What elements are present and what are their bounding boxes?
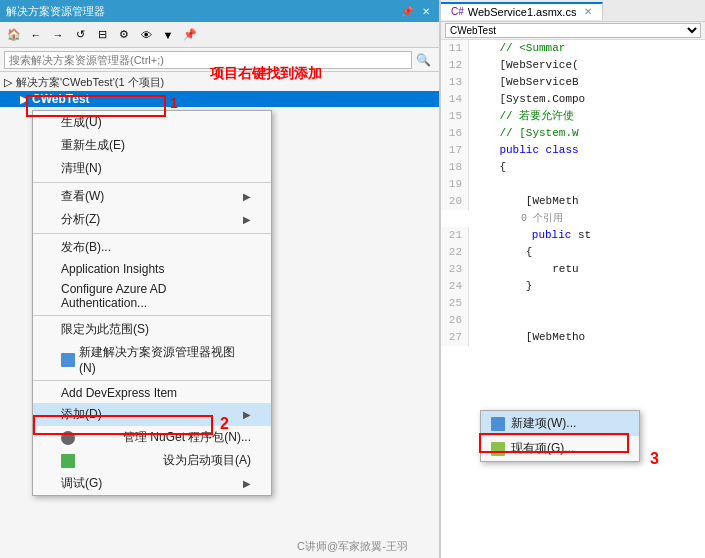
- code-line-15: 15 // 若要允许使: [441, 108, 705, 125]
- close-icon[interactable]: ✕: [419, 5, 433, 18]
- menu-nuget-label: 管理 NuGet 程序包(N)...: [123, 429, 251, 446]
- forward-btn[interactable]: →: [48, 25, 68, 45]
- menu-add-arrow: ▶: [243, 409, 251, 420]
- class-bar: CWebTest: [441, 22, 705, 40]
- code-line-14: 14 [System.Compo: [441, 91, 705, 108]
- sep1: [33, 182, 271, 183]
- editor-tab-close[interactable]: ✕: [584, 6, 592, 17]
- menu-newview-label: 新建解决方案资源管理器视图(N): [79, 344, 251, 375]
- code-line-19: 19: [441, 176, 705, 193]
- code-line-26: 26: [441, 312, 705, 329]
- pin-btn[interactable]: 📌: [180, 25, 200, 45]
- code-line-21: 21 public st: [441, 227, 705, 244]
- menu-rebuild[interactable]: 重新生成(E): [33, 134, 271, 157]
- class-selector[interactable]: CWebTest: [445, 23, 701, 38]
- panel-icon-group: 📌 ✕: [398, 5, 433, 18]
- menu-view[interactable]: 查看(W) ▶: [33, 185, 271, 208]
- menu-devexpress-label: Add DevExpress Item: [61, 386, 177, 400]
- sep3: [33, 315, 271, 316]
- nuget-icon: [61, 431, 75, 445]
- menu-analyze[interactable]: 分析(Z) ▶: [33, 208, 271, 231]
- menu-view-label: 查看(W): [61, 188, 104, 205]
- menu-build-label: 生成(U): [61, 114, 102, 131]
- solution-explorer-panel: 解决方案资源管理器 📌 ✕ 🏠 ← → ↺ ⊟ ⚙ 👁 ▼ 📌 🔍 ▷ 解决方案…: [0, 0, 440, 558]
- submenu-new-item[interactable]: 新建项(W)...: [481, 411, 639, 436]
- editor-tab-label: WebService1.asmx.cs: [468, 6, 577, 18]
- menu-analyze-arrow: ▶: [243, 214, 251, 225]
- submenu-existing-item[interactable]: 现有项(G)...: [481, 436, 639, 461]
- submenu-existing-item-label: 现有项(G)...: [511, 440, 574, 457]
- code-editor-panel: C# WebService1.asmx.cs ✕ CWebTest 11 // …: [440, 0, 705, 558]
- startup-icon: [61, 454, 75, 468]
- submenu-new-item-label: 新建项(W)...: [511, 415, 576, 432]
- home-btn[interactable]: 🏠: [4, 25, 24, 45]
- menu-appinsights[interactable]: Application Insights: [33, 259, 271, 279]
- menu-view-arrow: ▶: [243, 191, 251, 202]
- code-line-24: 24 }: [441, 278, 705, 295]
- code-line-25: 25: [441, 295, 705, 312]
- search-icon[interactable]: 🔍: [412, 53, 435, 67]
- menu-clean-label: 清理(N): [61, 160, 102, 177]
- code-line-22: 22 {: [441, 244, 705, 261]
- menu-nuget[interactable]: 管理 NuGet 程序包(N)...: [33, 426, 271, 449]
- editor-tab-webservice[interactable]: C# WebService1.asmx.cs ✕: [441, 2, 603, 20]
- search-input[interactable]: [4, 51, 412, 69]
- sep2: [33, 233, 271, 234]
- menu-newview[interactable]: 新建解决方案资源管理器视图(N): [33, 341, 271, 378]
- tree-root-label: 解决方案'CWebTest'(1 个项目): [16, 75, 164, 90]
- menu-debug[interactable]: 调试(G) ▶: [33, 472, 271, 495]
- code-line-17: 17 public class: [441, 142, 705, 159]
- tree-project-icon: ▶: [20, 93, 28, 106]
- menu-publish-label: 发布(B)...: [61, 239, 111, 256]
- menu-startup-label: 设为启动项目(A): [163, 452, 251, 469]
- refresh-btn[interactable]: ↺: [70, 25, 90, 45]
- menu-devexpress[interactable]: Add DevExpress Item: [33, 383, 271, 403]
- code-line-18: 18 {: [441, 159, 705, 176]
- code-line-13: 13 [WebServiceB: [441, 74, 705, 91]
- add-submenu: 新建项(W)... 现有项(G)...: [480, 410, 640, 462]
- code-line-ref-count: 0 个引用: [441, 210, 705, 227]
- code-line-20: 20 [WebMeth: [441, 193, 705, 210]
- menu-publish[interactable]: 发布(B)...: [33, 236, 271, 259]
- sep4: [33, 380, 271, 381]
- menu-clean[interactable]: 清理(N): [33, 157, 271, 180]
- menu-debug-label: 调试(G): [61, 475, 102, 492]
- filter-btn[interactable]: ▼: [158, 25, 178, 45]
- explorer-toolbar: 🏠 ← → ↺ ⊟ ⚙ 👁 ▼ 📌: [0, 22, 439, 48]
- back-btn[interactable]: ←: [26, 25, 46, 45]
- pin-icon[interactable]: 📌: [398, 5, 416, 18]
- editor-tabs: C# WebService1.asmx.cs ✕: [441, 0, 705, 22]
- new-item-icon: [491, 417, 505, 431]
- preview-btn[interactable]: 👁: [136, 25, 156, 45]
- context-menu: 生成(U) 重新生成(E) 清理(N) 查看(W) ▶ 分析(Z) ▶ 发布(B…: [32, 110, 272, 496]
- csharp-file-icon: C#: [451, 6, 464, 17]
- properties-btn[interactable]: ⚙: [114, 25, 134, 45]
- panel-title: 解决方案资源管理器: [6, 4, 105, 19]
- panel-titlebar: 解决方案资源管理器 📌 ✕: [0, 0, 439, 22]
- search-bar: 🔍: [0, 48, 439, 72]
- tree-root-item[interactable]: ▷ 解决方案'CWebTest'(1 个项目): [0, 74, 439, 91]
- code-line-16: 16 // [System.W: [441, 125, 705, 142]
- code-line-12: 12 [WebService(: [441, 57, 705, 74]
- newview-icon: [61, 353, 75, 367]
- menu-build[interactable]: 生成(U): [33, 111, 271, 134]
- menu-rebuild-label: 重新生成(E): [61, 137, 125, 154]
- menu-add[interactable]: 添加(D) ▶: [33, 403, 271, 426]
- menu-debug-arrow: ▶: [243, 478, 251, 489]
- tree-area: ▷ 解决方案'CWebTest'(1 个项目) ▶ CWebTest: [0, 72, 439, 109]
- menu-azuread-label: Configure Azure AD Authentication...: [61, 282, 251, 310]
- menu-scope-label: 限定为此范围(S): [61, 321, 149, 338]
- menu-add-label: 添加(D): [61, 406, 102, 423]
- menu-scope[interactable]: 限定为此范围(S): [33, 318, 271, 341]
- tree-project-label: CWebTest: [32, 92, 90, 106]
- tree-expand-icon: ▷: [4, 76, 12, 89]
- menu-analyze-label: 分析(Z): [61, 211, 100, 228]
- menu-azuread[interactable]: Configure Azure AD Authentication...: [33, 279, 271, 313]
- code-line-23: 23 retu: [441, 261, 705, 278]
- watermark: C讲师@军家掀翼-王羽: [297, 539, 408, 554]
- menu-startup[interactable]: 设为启动项目(A): [33, 449, 271, 472]
- code-line-11: 11 // <Summar: [441, 40, 705, 57]
- existing-item-icon: [491, 442, 505, 456]
- tree-cwebtest-item[interactable]: ▶ CWebTest: [0, 91, 439, 107]
- collapse-btn[interactable]: ⊟: [92, 25, 112, 45]
